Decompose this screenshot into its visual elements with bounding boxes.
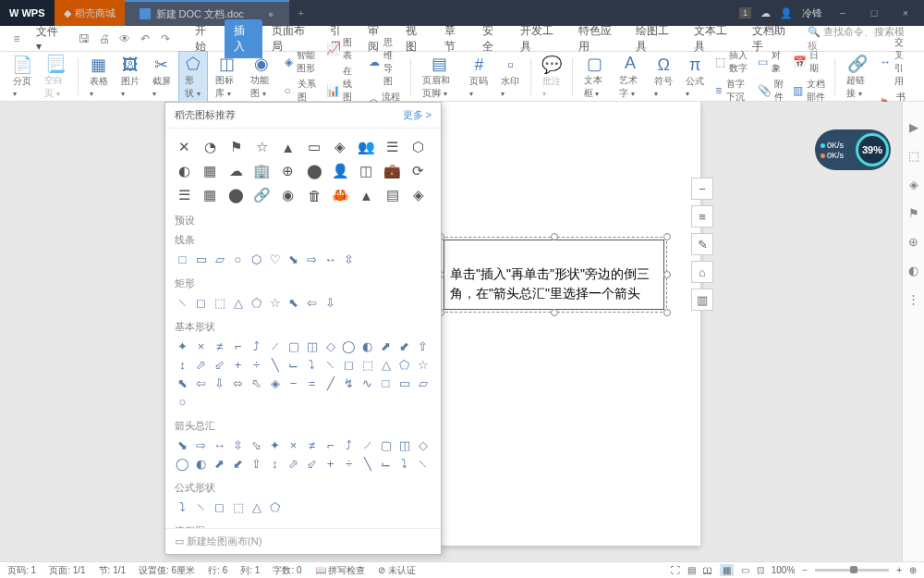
preset-icon-9[interactable]: ⬡ (409, 138, 428, 156)
preset-icon-19[interactable]: ⟳ (409, 162, 428, 180)
ribbon-空白页[interactable]: 📃空白页 ▾ (39, 52, 72, 102)
tab-close-icon[interactable]: ● (268, 8, 274, 19)
shape-矩形-3[interactable]: △ (230, 295, 246, 311)
shape-基本形状-11[interactable]: ⬈ (378, 338, 394, 354)
preset-icon-21[interactable]: ▦ (201, 186, 219, 204)
shape-线条-3[interactable]: ○ (230, 252, 246, 267)
shape-箭头总汇-4[interactable]: ⬂ (249, 437, 264, 453)
ribbon-small-附件[interactable]: 📎附件 (754, 77, 787, 105)
shape-矩形-5[interactable]: ☆ (267, 295, 283, 311)
shape-箭头总汇-17[interactable]: ⬋ (230, 456, 246, 472)
shape-基本形状-36[interactable]: ╱ (322, 375, 338, 391)
shape-基本形状-33[interactable]: ◈ (267, 375, 283, 391)
side-tool-3[interactable]: ⌂ (691, 261, 713, 283)
shape-基本形状-27[interactable]: ☆ (415, 357, 431, 373)
file-menu[interactable]: 文件 ▾ (28, 21, 73, 55)
shape-基本形状-41[interactable]: ▱ (415, 375, 431, 391)
shape-基本形状-8[interactable]: ◇ (322, 338, 338, 354)
preset-icon-27[interactable]: ▲ (357, 186, 375, 204)
app-menu-icon[interactable]: ≡ (7, 29, 26, 49)
preset-icon-14[interactable]: ⊕ (279, 162, 298, 180)
preset-icon-10[interactable]: ◐ (175, 162, 193, 180)
shape-箭头总汇-23[interactable]: ÷ (341, 456, 357, 472)
status-position[interactable]: 设置值: 6厘米 (139, 564, 195, 577)
preset-icon-5[interactable]: ▭ (305, 138, 323, 156)
side-tool-4[interactable]: ▥ (691, 289, 713, 311)
shape-基本形状-30[interactable]: ⇩ (212, 375, 227, 391)
zoom-out-button[interactable]: − (802, 565, 808, 575)
close-button[interactable]: × (894, 7, 917, 18)
status-line[interactable]: 行: 6 (208, 564, 227, 577)
shape-箭头总汇-13[interactable]: ◇ (415, 437, 431, 453)
shape-箭头总汇-25[interactable]: ⌙ (378, 456, 394, 472)
shape-线条-5[interactable]: ♡ (267, 252, 283, 267)
preset-icon-3[interactable]: ☆ (253, 138, 272, 156)
ribbon-表格[interactable]: ▦表格 ▾ (84, 53, 114, 100)
panel-more-link[interactable]: 更多 > (403, 108, 432, 122)
new-canvas-button[interactable]: ▭ 新建绘图画布(N) (165, 528, 441, 554)
status-spellcheck[interactable]: 📖 拼写检查 (315, 564, 366, 577)
ribbon-公式[interactable]: π公式 ▾ (680, 53, 710, 100)
shape-基本形状-10[interactable]: ◐ (359, 338, 375, 354)
shape-箭头总汇-2[interactable]: ↔ (212, 437, 227, 453)
ribbon-图标库[interactable]: ◫图标库 ▾ (210, 52, 243, 102)
shape-基本形状-6[interactable]: ▢ (286, 338, 301, 354)
sidebar-tool-1[interactable]: ▶ (909, 120, 918, 134)
sidebar-tool-5[interactable]: ⊕ (908, 235, 918, 249)
status-auth[interactable]: ⊘ 未认证 (378, 564, 416, 577)
text-content[interactable]: 单击"插入"再单击"形状"旁边的倒三角，在"箭头总汇"里选择一个箭头 (444, 240, 664, 310)
shape-基本形状-42[interactable]: ○ (175, 394, 190, 410)
shape-基本形状-38[interactable]: ∿ (359, 375, 375, 391)
preset-icon-18[interactable]: 💼 (383, 162, 402, 180)
text-frame[interactable]: 单击"插入"再单击"形状"旁边的倒三角，在"箭头总汇"里选择一个箭头 (441, 237, 667, 313)
shape-箭头总汇-6[interactable]: × (286, 437, 301, 453)
shape-基本形状-21[interactable]: ⤵ (304, 357, 320, 373)
shape-基本形状-9[interactable]: ◯ (341, 338, 357, 354)
performance-widget[interactable]: 0K/s 0K/s 39% (815, 129, 891, 170)
status-page-of[interactable]: 页面: 1/1 (49, 564, 85, 577)
view-print-icon[interactable]: ▦ (720, 564, 734, 576)
shape-基本形状-3[interactable]: ⌐ (230, 338, 246, 354)
zoom-slider[interactable] (815, 569, 889, 572)
resize-handle-s[interactable] (551, 309, 558, 316)
sidebar-tool-4[interactable]: ⚑ (908, 206, 919, 220)
maximize-button[interactable]: □ (863, 7, 885, 18)
shape-基本形状-16[interactable]: ⬃ (212, 357, 227, 373)
ribbon-超链接[interactable]: 🔗超链接 ▾ (841, 52, 874, 102)
shape-箭头总汇-3[interactable]: ⇳ (230, 437, 246, 453)
preset-icon-8[interactable]: ☰ (383, 138, 402, 156)
shape-基本形状-12[interactable]: ⬋ (396, 338, 412, 354)
fit-page-icon[interactable]: ⊕ (909, 565, 917, 575)
status-section[interactable]: 节: 1/1 (99, 564, 126, 577)
shape-箭头总汇-10[interactable]: ⟋ (359, 437, 375, 453)
ribbon-small-交叉引用[interactable]: ↔交叉引用 (876, 35, 917, 89)
shape-基本形状-26[interactable]: ⬠ (396, 357, 412, 373)
preset-icon-0[interactable]: ✕ (175, 138, 193, 156)
view-draft-icon[interactable]: ⊡ (757, 565, 764, 575)
shape-公式形状-1[interactable]: ⟍ (193, 499, 209, 515)
shape-基本形状-15[interactable]: ⬀ (193, 357, 209, 373)
shape-公式形状-2[interactable]: ◻ (212, 499, 227, 515)
preset-icon-12[interactable]: ☁ (226, 162, 245, 180)
shape-基本形状-25[interactable]: △ (378, 357, 394, 373)
shape-基本形状-1[interactable]: × (193, 338, 209, 354)
shape-基本形状-0[interactable]: ✦ (175, 338, 190, 354)
ribbon-small-图表[interactable]: 📈图表 (322, 35, 363, 63)
shape-公式形状-0[interactable]: ⤵ (175, 499, 190, 515)
shape-线条-4[interactable]: ⬡ (249, 252, 264, 267)
ribbon-水印[interactable]: ▫水印 ▾ (495, 53, 525, 100)
preset-icon-29[interactable]: ◈ (409, 186, 428, 204)
shape-基本形状-23[interactable]: ◻ (341, 357, 357, 373)
shape-基本形状-28[interactable]: ⬉ (175, 375, 190, 391)
shape-线条-2[interactable]: ▱ (212, 252, 227, 267)
shape-矩形-8[interactable]: ⇩ (322, 295, 338, 311)
resize-handle-e[interactable] (663, 271, 671, 278)
sidebar-tool-3[interactable]: ◈ (909, 178, 918, 191)
shape-线条-9[interactable]: ⇳ (341, 252, 357, 267)
shape-基本形状-4[interactable]: ⤴ (249, 338, 264, 354)
shape-基本形状-35[interactable]: = (304, 375, 320, 391)
shape-线条-1[interactable]: ▭ (193, 252, 209, 267)
shape-箭头总汇-7[interactable]: ≠ (304, 437, 320, 453)
preset-icon-1[interactable]: ◔ (201, 138, 219, 156)
ribbon-功能图[interactable]: ◉功能图 ▾ (245, 52, 278, 102)
